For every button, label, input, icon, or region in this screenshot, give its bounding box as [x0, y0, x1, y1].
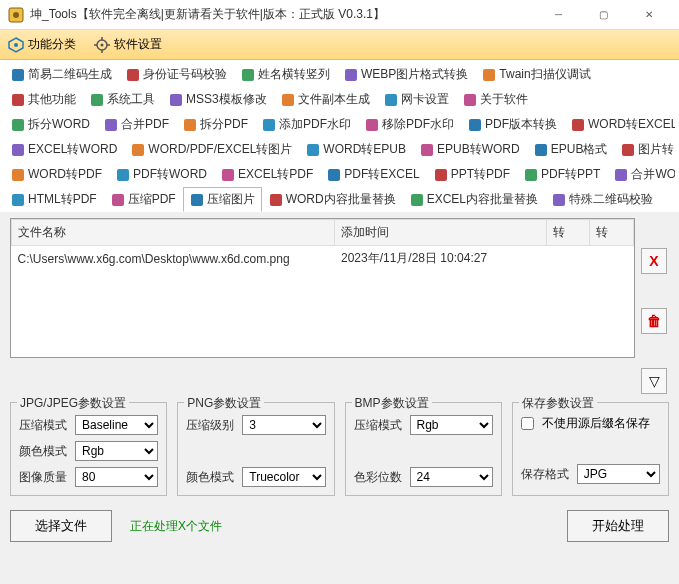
tab-拆分PDF[interactable]: 拆分PDF: [176, 112, 255, 137]
svg-rect-16: [91, 94, 103, 106]
main-content: 文件名称 添加时间 转 转 C:\Users\www.x6g.com\Deskt…: [0, 212, 679, 552]
tab-EXCEL转WORD[interactable]: EXCEL转WORD: [4, 137, 124, 162]
png-level-select[interactable]: 3: [242, 415, 325, 435]
choose-file-button[interactable]: 选择文件: [10, 510, 112, 542]
png-color-select[interactable]: Truecolor: [242, 467, 325, 487]
minimize-button[interactable]: ─: [536, 0, 581, 30]
jpg-color-select[interactable]: Rgb: [75, 441, 158, 461]
col-4[interactable]: 转: [590, 220, 634, 246]
tab-PPT转PDF[interactable]: PPT转PDF: [427, 162, 517, 187]
svg-rect-24: [263, 119, 275, 131]
window-controls: ─ ▢ ✕: [536, 0, 671, 30]
svg-rect-27: [572, 119, 584, 131]
tab-MSS3模板修改[interactable]: MSS3模板修改: [162, 87, 274, 112]
tab-网卡设置[interactable]: 网卡设置: [377, 87, 456, 112]
tab-压缩图片[interactable]: 压缩图片: [183, 187, 262, 212]
svg-rect-40: [615, 169, 627, 181]
menu-settings[interactable]: 软件设置: [94, 36, 162, 53]
tab-PDF版本转换[interactable]: PDF版本转换: [461, 112, 564, 137]
png-color-label: 颜色模式: [186, 469, 238, 486]
tab-图片转PDF[interactable]: 图片转PDF: [614, 137, 675, 162]
save-format-select[interactable]: JPG: [577, 464, 660, 484]
table-row[interactable]: C:\Users\www.x6g.com\Desktop\www.x6d.com…: [12, 246, 634, 272]
tab-PDF转WORD[interactable]: PDF转WORD: [109, 162, 214, 187]
svg-rect-39: [525, 169, 537, 181]
maximize-button[interactable]: ▢: [581, 0, 626, 30]
jpg-compress-select[interactable]: Baseline: [75, 415, 158, 435]
hexagon-icon: [8, 37, 24, 53]
tab-label: PDF转PPT: [541, 166, 600, 183]
jpg-quality-select[interactable]: 80: [75, 467, 158, 487]
svg-point-5: [101, 43, 104, 46]
col-3[interactable]: 转: [546, 220, 590, 246]
tab-添加PDF水印[interactable]: 添加PDF水印: [255, 112, 358, 137]
tab-icon: [11, 68, 25, 82]
tab-HTML转PDF[interactable]: HTML转PDF: [4, 187, 104, 212]
tab-合并PDF[interactable]: 合并PDF: [97, 112, 176, 137]
jpg-compress-label: 压缩模式: [19, 417, 71, 434]
tab-label: WEBP图片格式转换: [361, 66, 468, 83]
svg-rect-28: [12, 144, 24, 156]
col-addtime[interactable]: 添加时间: [335, 220, 546, 246]
tab-icon: [482, 68, 496, 82]
start-button[interactable]: 开始处理: [567, 510, 669, 542]
tab-系统工具[interactable]: 系统工具: [83, 87, 162, 112]
tab-身份证号码校验[interactable]: 身份证号码校验: [119, 62, 234, 87]
tab-icon: [420, 143, 434, 157]
tab-WORD转EXCEL[interactable]: WORD转EXCEL: [564, 112, 675, 137]
tab-简易二维码生成[interactable]: 简易二维码生成: [4, 62, 119, 87]
clear-button[interactable]: 🗑: [641, 308, 667, 334]
tab-EXCEL转PDF[interactable]: EXCEL转PDF: [214, 162, 320, 187]
down-button[interactable]: ▽: [641, 368, 667, 394]
tab-icon: [384, 93, 398, 107]
tab-label: PPT转PDF: [451, 166, 510, 183]
tab-icon: [190, 193, 204, 207]
tab-icon: [410, 193, 424, 207]
tab-icon: [269, 193, 283, 207]
svg-rect-26: [469, 119, 481, 131]
save-group: 保存参数设置 不使用源后缀名保存 保存格式JPG: [512, 402, 669, 496]
tab-EPUB转WORD[interactable]: EPUB转WORD: [413, 137, 527, 162]
tab-label: 身份证号码校验: [143, 66, 227, 83]
tab-特殊二维码校验[interactable]: 特殊二维码校验: [545, 187, 660, 212]
bottom-bar: 选择文件 正在处理X个文件 开始处理: [10, 510, 669, 542]
tab-WORD转EPUB[interactable]: WORD转EPUB: [299, 137, 413, 162]
tab-关于软件[interactable]: 关于软件: [456, 87, 535, 112]
tab-WEBP图片格式转换[interactable]: WEBP图片格式转换: [337, 62, 475, 87]
tab-WORD内容批量替换[interactable]: WORD内容批量替换: [262, 187, 403, 212]
tab-WORD转PDF[interactable]: WORD转PDF: [4, 162, 109, 187]
tab-合并WORD[interactable]: 合并WORD: [607, 162, 675, 187]
tab-EXCEL内容批量替换[interactable]: EXCEL内容批量替换: [403, 187, 545, 212]
col-filename[interactable]: 文件名称: [12, 220, 335, 246]
tab-压缩PDF[interactable]: 压缩PDF: [104, 187, 183, 212]
tab-PDF转EXCEL[interactable]: PDF转EXCEL: [320, 162, 426, 187]
png-level-label: 压缩级别: [186, 417, 238, 434]
save-use-src-ext-checkbox[interactable]: [521, 417, 534, 430]
tab-移除PDF水印[interactable]: 移除PDF水印: [358, 112, 461, 137]
tab-label: 拆分PDF: [200, 116, 248, 133]
tab-PDF转PPT[interactable]: PDF转PPT: [517, 162, 607, 187]
tab-文件副本生成[interactable]: 文件副本生成: [274, 87, 377, 112]
svg-rect-46: [553, 194, 565, 206]
svg-rect-13: [345, 69, 357, 81]
bmp-compress-select[interactable]: Rgb: [410, 415, 493, 435]
tab-label: EPUB转WORD: [437, 141, 520, 158]
jpg-color-label: 颜色模式: [19, 443, 71, 460]
tab-label: 添加PDF水印: [279, 116, 351, 133]
tab-Twain扫描仪调试[interactable]: Twain扫描仪调试: [475, 62, 597, 87]
tab-其他功能[interactable]: 其他功能: [4, 87, 83, 112]
remove-button[interactable]: X: [641, 248, 667, 274]
tab-icon: [11, 193, 25, 207]
tab-WORD/PDF/EXCEL转图片[interactable]: WORD/PDF/EXCEL转图片: [124, 137, 299, 162]
svg-rect-35: [117, 169, 129, 181]
tab-姓名横转竖列[interactable]: 姓名横转竖列: [234, 62, 337, 87]
tab-EPUB格式[interactable]: EPUB格式: [527, 137, 615, 162]
close-button[interactable]: ✕: [626, 0, 671, 30]
tab-label: 拆分WORD: [28, 116, 90, 133]
tab-label: 其他功能: [28, 91, 76, 108]
menu-category[interactable]: 功能分类: [8, 36, 76, 53]
jpg-legend: JPG/JPEG参数设置: [17, 395, 129, 412]
tab-拆分WORD[interactable]: 拆分WORD: [4, 112, 97, 137]
bmp-bits-select[interactable]: 24: [410, 467, 493, 487]
save-legend: 保存参数设置: [519, 395, 597, 412]
